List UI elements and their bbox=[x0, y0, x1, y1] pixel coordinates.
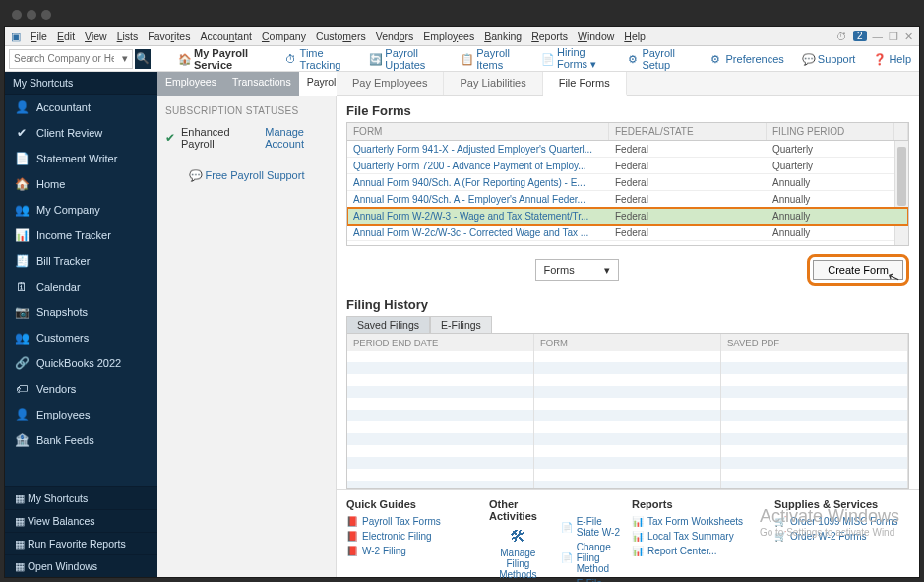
clock-icon: ⏱ bbox=[285, 53, 296, 65]
tab-pay-liabilities[interactable]: Pay Liabilities bbox=[444, 72, 542, 95]
tool-time-tracking[interactable]: ⏱Time Tracking bbox=[277, 46, 360, 72]
forms-row[interactable]: Quarterly Form 7200 - Advance Payment of… bbox=[347, 158, 908, 174]
sidebar-footer-view-balances[interactable]: ▦ View Balances bbox=[5, 509, 157, 532]
sidebar-footer-open-windows[interactable]: ▦ Open Windows bbox=[5, 554, 157, 577]
forms-row[interactable]: Quarterly Form 941-X - Adjusted Employer… bbox=[347, 141, 908, 158]
link-order-1099[interactable]: 🛒Order 1099 MISC Forms bbox=[774, 516, 909, 527]
tool-help[interactable]: ❓Help bbox=[865, 46, 919, 72]
cart-icon: 🛒 bbox=[774, 531, 786, 542]
window-minimize-icon[interactable]: — bbox=[873, 31, 884, 42]
sidebar-item-vendors[interactable]: 🏷Vendors bbox=[5, 376, 157, 402]
tool-label: Hiring Forms ▾ bbox=[557, 46, 610, 71]
sidebar-item-client-review[interactable]: ✔Client Review bbox=[5, 120, 157, 146]
tab-file-forms[interactable]: File Forms bbox=[543, 72, 627, 96]
link-local-tax-summary[interactable]: 📊Local Tax Summary bbox=[632, 531, 767, 542]
tool-support[interactable]: 💬Support bbox=[794, 46, 864, 72]
tool-home[interactable]: 🏠 My Payroll Service bbox=[170, 46, 276, 72]
free-payroll-support-link[interactable]: 💬 Free Payroll Support bbox=[165, 169, 328, 182]
link-payroll-tax-forms[interactable]: 📕Payroll Tax Forms bbox=[346, 516, 481, 527]
tool-payroll-setup[interactable]: ⚙Payroll Setup bbox=[620, 46, 700, 72]
tab-transactions[interactable]: Transactions bbox=[224, 72, 299, 96]
forms-row[interactable]: Annual Form 940/Sch. A (For Reporting Ag… bbox=[347, 174, 908, 191]
sidebar-item-quickbooks-2022[interactable]: 🔗QuickBooks 2022 bbox=[5, 351, 157, 376]
col-scope: FEDERAL/STATE bbox=[609, 123, 767, 140]
center-panel: Employees Transactions Payroll SUBSCRIPT… bbox=[157, 72, 337, 577]
menu-accountant[interactable]: Accountant bbox=[200, 31, 252, 42]
search-button[interactable]: 🔍 bbox=[135, 49, 151, 69]
center-tabs: Employees Transactions Payroll bbox=[157, 72, 336, 96]
tool-payroll-updates[interactable]: 🔄Payroll Updates bbox=[361, 46, 451, 72]
fh-col-period: PERIOD END DATE bbox=[347, 334, 534, 351]
forms-scrollbar[interactable] bbox=[894, 141, 908, 245]
traffic-light-max-icon[interactable] bbox=[41, 10, 51, 20]
sidebar-icon: 👥 bbox=[15, 331, 29, 345]
forms-row[interactable]: Annual Form 943-943A - Employer's Annual… bbox=[347, 241, 908, 245]
scrollbar-thumb[interactable] bbox=[897, 147, 906, 206]
notification-badge[interactable]: 2 bbox=[853, 31, 867, 41]
manage-account-link[interactable]: Manage Account bbox=[265, 126, 328, 150]
tool-label: Support bbox=[818, 53, 856, 65]
link-w2-filing[interactable]: 📕W-2 Filing bbox=[346, 546, 481, 556]
check-icon: ✔ bbox=[165, 131, 175, 145]
sidebar-footer-run-favorite-reports[interactable]: ▦ Run Favorite Reports bbox=[5, 532, 157, 554]
menu-file[interactable]: File bbox=[31, 31, 47, 42]
menu-banking[interactable]: Banking bbox=[484, 31, 522, 42]
menu-window[interactable]: Window bbox=[578, 31, 614, 42]
window-restore-icon[interactable]: ❐ bbox=[889, 31, 898, 42]
sidebar-item-calendar[interactable]: 🗓Calendar bbox=[5, 274, 157, 299]
forms-row[interactable]: Annual Form W-2/W-3 - Wage and Tax State… bbox=[347, 208, 908, 225]
link-manage-filing-methods[interactable]: 🛠 Manage Filing Methods bbox=[489, 528, 547, 580]
tool-payroll-items[interactable]: 📋Payroll Items bbox=[453, 46, 531, 72]
sidebar-item-employees[interactable]: 👤Employees bbox=[5, 402, 157, 427]
search-dropdown-icon[interactable]: ▾ bbox=[118, 52, 132, 65]
link-tax-form-worksheets[interactable]: 📊Tax Form Worksheets bbox=[632, 516, 767, 527]
menu-company[interactable]: Company bbox=[262, 31, 306, 42]
menu-view[interactable]: View bbox=[85, 31, 107, 42]
tool-hiring-forms[interactable]: 📄Hiring Forms ▾ bbox=[533, 46, 618, 72]
menu-favorites[interactable]: Favorites bbox=[148, 31, 190, 42]
traffic-light-min-icon[interactable] bbox=[27, 10, 36, 20]
link-order-w2[interactable]: 🛒Order W-2 Forms bbox=[774, 531, 909, 542]
tab-e-filings[interactable]: E-Filings bbox=[430, 316, 492, 333]
sidebar-footer-my-shortcuts[interactable]: ▦ My Shortcuts bbox=[5, 486, 157, 509]
traffic-light-close-icon[interactable] bbox=[12, 10, 22, 20]
link-efile-state-sui[interactable]: 📄E-File State SUI bbox=[561, 578, 624, 582]
sidebar-item-my-company[interactable]: 👥My Company bbox=[5, 197, 157, 223]
tab-saved-filings[interactable]: Saved Filings bbox=[346, 316, 430, 333]
link-efile-state-w2[interactable]: 📄E-File State W-2 bbox=[561, 516, 624, 538]
cell-form: Annual Form W-2/W-3 - Wage and Tax State… bbox=[347, 208, 609, 225]
filing-history-title: Filing History bbox=[346, 297, 909, 316]
sidebar-item-snapshots[interactable]: 📷Snapshots bbox=[5, 299, 157, 325]
forms-dropdown[interactable]: Forms ▾ bbox=[535, 259, 619, 281]
sidebar-item-bill-tracker[interactable]: 🧾Bill Tracker bbox=[5, 248, 157, 274]
sidebar-item-bank-feeds[interactable]: 🏦Bank Feeds bbox=[5, 427, 157, 453]
window-close-icon[interactable]: ✕ bbox=[904, 31, 913, 42]
menu-lists[interactable]: Lists bbox=[117, 31, 139, 42]
sidebar-item-customers[interactable]: 👥Customers bbox=[5, 325, 157, 351]
tool-label: Time Tracking bbox=[300, 47, 352, 71]
link-change-filing-method[interactable]: 📄Change Filing Method bbox=[561, 542, 624, 574]
menu-employees[interactable]: Employees bbox=[423, 31, 474, 42]
forms-row[interactable]: Annual Form W-2c/W-3c - Corrected Wage a… bbox=[347, 225, 908, 241]
menu-reports[interactable]: Reports bbox=[531, 31, 568, 42]
link-electronic-filing[interactable]: 📕Electronic Filing bbox=[346, 531, 481, 542]
sidebar-item-income-tracker[interactable]: 📊Income Tracker bbox=[5, 223, 157, 248]
tool-label: Preferences bbox=[726, 53, 784, 65]
cell-period: Annually bbox=[767, 241, 894, 245]
reminder-icon[interactable]: ⏱ bbox=[836, 31, 847, 42]
tab-pay-employees[interactable]: Pay Employees bbox=[337, 72, 444, 95]
menu-customers[interactable]: Customers bbox=[316, 31, 366, 42]
search-input[interactable] bbox=[10, 53, 118, 64]
menu-edit[interactable]: Edit bbox=[57, 31, 75, 42]
sidebar-icon: 👥 bbox=[15, 203, 29, 217]
link-report-center[interactable]: 📊Report Center... bbox=[632, 546, 767, 556]
sidebar-item-label: Customers bbox=[36, 332, 89, 344]
sidebar-item-home[interactable]: 🏠Home bbox=[5, 171, 157, 197]
menu-help[interactable]: Help bbox=[624, 31, 646, 42]
tab-employees[interactable]: Employees bbox=[157, 72, 224, 96]
tool-preferences[interactable]: ⚙Preferences bbox=[703, 46, 792, 72]
forms-row[interactable]: Annual Form 940/Sch. A - Employer's Annu… bbox=[347, 191, 908, 208]
sidebar-item-accountant[interactable]: 👤Accountant bbox=[5, 95, 157, 120]
sidebar-item-statement-writer[interactable]: 📄Statement Writer bbox=[5, 146, 157, 171]
menu-vendors[interactable]: Vendors bbox=[376, 31, 414, 42]
